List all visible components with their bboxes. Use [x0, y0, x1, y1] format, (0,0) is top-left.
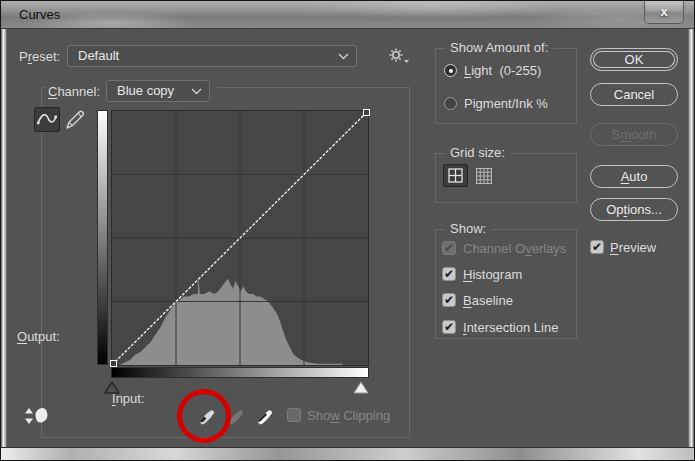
show-amount-title: Show Amount of:: [445, 40, 553, 55]
intersection-line-label[interactable]: Intersection Line: [463, 320, 558, 335]
preset-dropdown[interactable]: Default: [67, 45, 357, 67]
grid-size-title: Grid size:: [445, 145, 510, 160]
gear-icon: [388, 47, 410, 65]
curve-grid[interactable]: [111, 110, 369, 366]
pencil-icon: [63, 107, 87, 132]
annotation-red-circle: [177, 389, 231, 443]
preview-checkbox[interactable]: ✔: [590, 240, 604, 254]
options-button[interactable]: Options...: [590, 198, 678, 221]
channel-value: Blue copy: [117, 83, 174, 98]
input-label: Input:: [112, 391, 145, 406]
draw-curve-pencil-button[interactable]: [63, 107, 87, 132]
radio-light-0-255[interactable]: [444, 64, 457, 77]
channel-overlays-checkbox: ✔: [442, 241, 456, 255]
close-button[interactable]: x: [644, 1, 684, 24]
window-frame-right: [688, 29, 694, 460]
output-gradient-bar: [97, 110, 108, 365]
curve-plot: [112, 111, 368, 365]
channel-label: Channel:: [48, 84, 100, 99]
on-image-adjustment-tool-button[interactable]: [23, 405, 49, 429]
input-gradient-bar: [111, 367, 369, 378]
cancel-button[interactable]: Cancel: [590, 83, 678, 106]
close-icon: x: [660, 4, 667, 19]
targeted-adjustment-icon: [23, 405, 49, 429]
white-point-slider[interactable]: [351, 380, 371, 395]
show-clipping-label: Show Clipping: [307, 408, 390, 423]
curve-point-shadows[interactable]: [110, 360, 117, 367]
preview-label[interactable]: Preview: [610, 240, 656, 255]
chevron-down-icon: [191, 88, 202, 95]
histogram-shape: [120, 276, 343, 365]
auto-button[interactable]: Auto: [590, 165, 678, 188]
fine-grid-icon: [475, 167, 493, 185]
preset-options-gear-button[interactable]: [388, 47, 410, 65]
show-options-title: Show:: [445, 221, 491, 236]
channel-dropdown[interactable]: Blue copy: [106, 80, 210, 102]
radio-pigment-label[interactable]: Pigment/Ink %: [464, 96, 548, 111]
fine-grid-button[interactable]: [475, 167, 493, 185]
baseline-label[interactable]: Baseline: [463, 293, 513, 308]
channel-overlays-label: Channel Overlays: [463, 241, 566, 256]
histogram-label[interactable]: Histogram: [463, 267, 522, 282]
smooth-button: Smooth: [590, 123, 678, 146]
quarter-grid-icon: [444, 165, 467, 186]
ok-button[interactable]: OK: [590, 48, 678, 71]
white-point-eyedropper-icon: [254, 404, 276, 426]
intersection-line-checkbox[interactable]: ✔: [442, 320, 456, 334]
white-point-eyedropper-button[interactable]: [254, 404, 276, 426]
title-bar[interactable]: Curves x: [1, 1, 694, 29]
output-label: Output:: [17, 329, 60, 344]
edit-points-tool-button[interactable]: [34, 107, 60, 132]
radio-light-label[interactable]: Light (0-255): [464, 63, 541, 78]
curves-dialog: Curves x Preset: Default Channel:: [0, 0, 695, 461]
radio-pigment-ink[interactable]: [444, 97, 457, 110]
preset-label: Preset:: [19, 49, 60, 64]
preset-value: Default: [78, 48, 119, 63]
window-frame-bottom: [1, 447, 694, 460]
chevron-down-icon: [338, 53, 349, 60]
window-frame-left: [1, 29, 7, 460]
curve-tool-icon: [35, 108, 59, 131]
show-clipping-checkbox: [287, 408, 301, 422]
curve-point-highlights[interactable]: [363, 109, 370, 116]
baseline-checkbox[interactable]: ✔: [442, 293, 456, 307]
show-amount-group: Show Amount of:: [435, 48, 577, 124]
quarter-grid-button[interactable]: [443, 164, 468, 187]
histogram-checkbox[interactable]: ✔: [442, 267, 456, 281]
window-title: Curves: [19, 7, 60, 22]
